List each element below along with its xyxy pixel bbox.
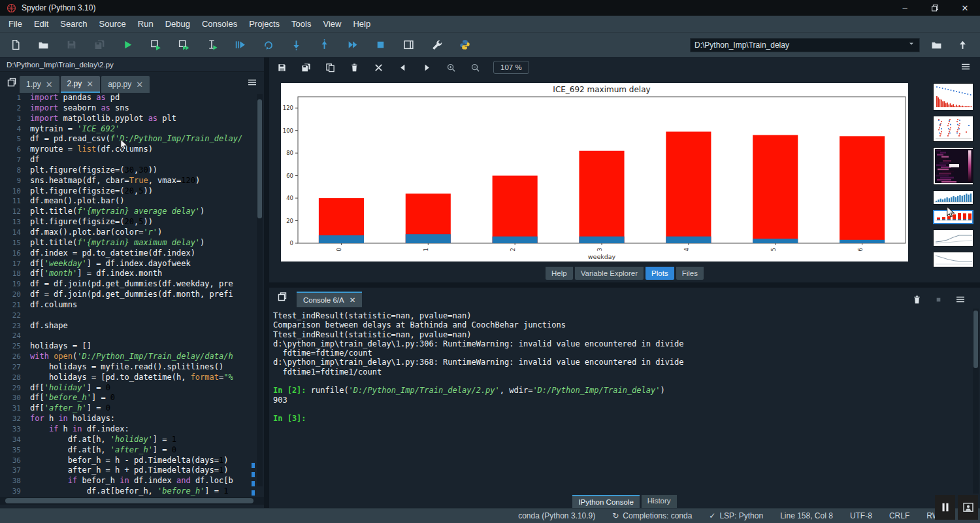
code-editor[interactable]: 1import pandas as pd2import seaborn as s…	[0, 93, 264, 497]
menu-file[interactable]: File	[3, 16, 28, 33]
horizontal-splitter[interactable]	[269, 282, 980, 288]
console-vertical-scrollbar[interactable]	[973, 309, 979, 494]
code-token: )	[195, 176, 200, 186]
code-line: 22	[0, 311, 264, 321]
menu-tools[interactable]: Tools	[286, 16, 317, 33]
strip-plot-thumbnail[interactable]	[933, 116, 973, 142]
status-text: CRLF	[889, 511, 909, 520]
save-all-plots-button[interactable]	[297, 59, 314, 75]
line-chart-thumbnail-2[interactable]	[933, 252, 973, 267]
minimize-button[interactable]: –	[890, 0, 920, 16]
blue-bar-chart-thumbnail[interactable]	[933, 190, 973, 205]
webcam-toggle-button[interactable]	[958, 495, 978, 520]
close-button[interactable]: ✕	[950, 0, 980, 16]
continue-button[interactable]	[342, 35, 362, 55]
tab-help[interactable]: Help	[546, 267, 573, 280]
red-bar-chart-thumbnail[interactable]	[933, 210, 973, 224]
maximize-pane-button[interactable]	[399, 35, 418, 55]
close-tab-icon[interactable]: ✕	[136, 80, 143, 90]
rerun-cell-button[interactable]	[258, 35, 278, 55]
code-token: ] =	[153, 435, 172, 445]
scrollbar-handle[interactable]	[5, 498, 253, 503]
run-button[interactable]	[118, 35, 137, 55]
heatmap-thumbnail[interactable]	[933, 147, 973, 185]
copy-plot-button[interactable]	[321, 59, 338, 75]
console-token: 'D:/Python_Imp/Train_delay'	[532, 386, 660, 395]
tab-plots[interactable]: Plots	[645, 267, 674, 280]
menu-search[interactable]: Search	[54, 16, 93, 33]
code-token: )	[157, 228, 162, 238]
menu-edit[interactable]: Edit	[28, 16, 54, 33]
tab-files[interactable]: Files	[676, 267, 704, 280]
maximize-button[interactable]	[920, 0, 950, 16]
tab-history[interactable]: History	[642, 495, 677, 508]
menu-projects[interactable]: Projects	[243, 16, 286, 33]
scatter-plot-thumbnail[interactable]	[933, 83, 973, 110]
new-file-button[interactable]	[5, 35, 25, 55]
remove-all-plots-button[interactable]	[370, 59, 387, 75]
run-until-button[interactable]	[230, 35, 250, 55]
pause-recording-button[interactable]	[935, 495, 955, 520]
previous-plot-button[interactable]	[394, 59, 411, 75]
remove-plot-button[interactable]	[346, 59, 363, 75]
editor-tab-app.py[interactable]: app.py✕	[101, 76, 150, 93]
code-token: matplotlib.pyplot	[58, 114, 148, 124]
editor-tab-1.py[interactable]: 1.py✕	[20, 76, 59, 93]
zoom-level: 107 %	[493, 61, 529, 74]
step-return-button[interactable]	[314, 35, 334, 55]
menu-view[interactable]: View	[317, 16, 347, 33]
sync-icon: ↻	[612, 511, 619, 520]
zoom-in-button[interactable]	[442, 59, 459, 75]
vertical-splitter[interactable]	[264, 58, 269, 508]
remove-variables-icon[interactable]	[912, 295, 922, 307]
console-output[interactable]: Ttest_indResult(statistic=nan, pvalue=na…	[269, 307, 975, 495]
zoom-out-button[interactable]	[466, 59, 483, 75]
stop-button[interactable]	[370, 35, 390, 55]
preferences-button[interactable]	[427, 35, 446, 55]
editor-options-menu-icon[interactable]	[244, 74, 260, 91]
parent-directory-button[interactable]	[953, 35, 972, 55]
editor-horizontal-scrollbar[interactable]	[0, 497, 264, 505]
plots-options-menu-icon[interactable]	[958, 58, 973, 75]
save-plot-button[interactable]	[273, 59, 290, 75]
code-line: 17df['weekday'] = df.index.dayofweek	[0, 259, 264, 269]
run-cell-advance-button[interactable]	[174, 35, 193, 55]
close-console-icon[interactable]: ✕	[350, 295, 356, 305]
chevron-down-icon[interactable]	[907, 40, 915, 50]
menu-debug[interactable]: Debug	[159, 16, 196, 33]
scrollbar-handle[interactable]	[973, 311, 978, 368]
editor-vertical-scrollbar[interactable]	[257, 94, 263, 486]
code-line: 34 df.at[h, 'holiday'] = 1	[0, 435, 264, 445]
console-options-menu-icon[interactable]	[955, 294, 966, 307]
open-file-button[interactable]	[33, 35, 53, 55]
code-line: 25holidays = []	[0, 341, 264, 352]
step-into-button[interactable]	[286, 35, 306, 55]
svg-text:40: 40	[286, 195, 293, 201]
code-token: ] = df.index.dayofweek	[87, 259, 191, 269]
editor-tab-2.py[interactable]: 2.py✕	[61, 76, 101, 93]
menu-help[interactable]: Help	[347, 16, 376, 33]
browse-tabs-icon[interactable]	[4, 74, 20, 91]
save-all-button[interactable]	[90, 35, 109, 55]
browse-directory-button[interactable]	[926, 35, 946, 55]
menu-source[interactable]: Source	[93, 16, 132, 33]
scrollbar-handle[interactable]	[257, 99, 262, 218]
line-number: 5	[0, 134, 30, 144]
menu-consoles[interactable]: Consoles	[196, 16, 243, 33]
save-button[interactable]	[61, 35, 81, 55]
tab-variable-explorer[interactable]: Variable Explorer	[575, 267, 644, 280]
next-plot-button[interactable]	[418, 59, 435, 75]
run-cell-button[interactable]	[146, 35, 165, 55]
close-tab-icon[interactable]: ✕	[86, 79, 93, 89]
line-number: 27	[0, 362, 30, 373]
tab-ipython-console[interactable]: IPython Console	[572, 495, 639, 508]
run-selection-button[interactable]	[202, 35, 221, 55]
python-path-button[interactable]	[455, 35, 474, 55]
stop-kernel-icon[interactable]	[934, 295, 943, 307]
close-tab-icon[interactable]: ✕	[46, 80, 53, 90]
console-tab[interactable]: Console 6/A ✕	[297, 292, 362, 307]
line-chart-thumbnail[interactable]	[933, 229, 973, 246]
menu-run[interactable]: Run	[132, 16, 159, 33]
working-directory-combobox[interactable]: D:\Python_Imp\Train_delay	[690, 38, 920, 52]
browse-tabs-icon[interactable]	[274, 288, 290, 305]
